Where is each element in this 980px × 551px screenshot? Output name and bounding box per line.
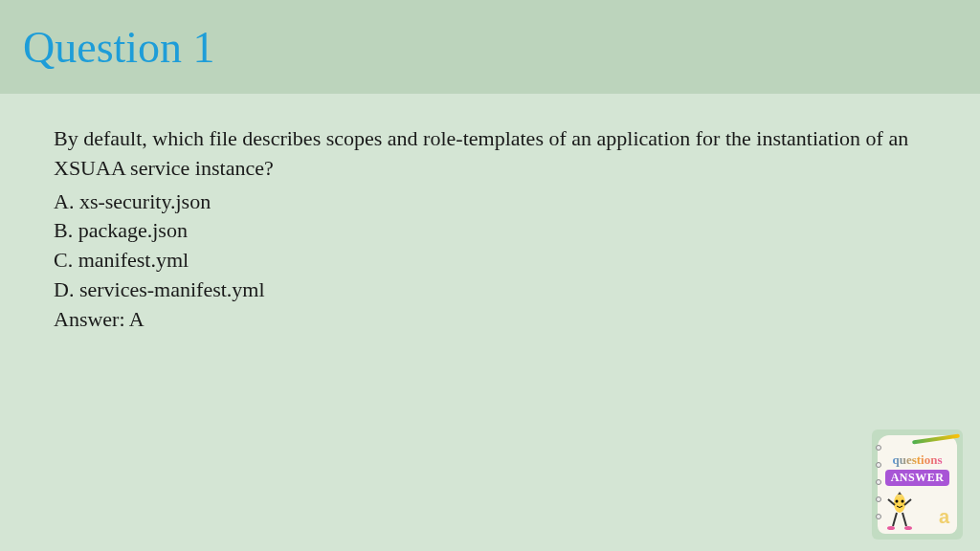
svg-marker-2 xyxy=(898,492,902,495)
option-d: D. services-manifest.yml xyxy=(54,276,926,305)
badge-paper: questions ANSWER a xyxy=(878,435,957,534)
badge-letter: a xyxy=(939,506,949,528)
option-a: A. xs-security.json xyxy=(54,187,926,217)
answer-line: Answer: A xyxy=(54,305,926,335)
svg-point-3 xyxy=(896,500,899,503)
question-title: Question 1 xyxy=(23,22,215,73)
option-c: C. manifest.yml xyxy=(54,246,926,276)
option-b: B. package.json xyxy=(54,216,926,246)
pencil-character-icon xyxy=(885,492,914,530)
svg-point-4 xyxy=(902,500,904,503)
svg-line-8 xyxy=(902,513,906,526)
badge-icon: questions ANSWER a xyxy=(872,430,963,540)
badge-questions-label: questions xyxy=(892,452,942,468)
content-area: By default, which file describes scopes … xyxy=(0,94,980,365)
svg-line-6 xyxy=(904,499,911,505)
header-bar: Question 1 xyxy=(0,0,980,94)
spiral-binding-icon xyxy=(876,445,881,519)
svg-point-9 xyxy=(887,526,895,530)
question-prompt: By default, which file describes scopes … xyxy=(54,124,926,184)
svg-point-10 xyxy=(904,526,912,530)
svg-line-5 xyxy=(888,499,895,505)
svg-line-7 xyxy=(893,513,897,526)
badge-answer-label: ANSWER xyxy=(885,470,950,486)
